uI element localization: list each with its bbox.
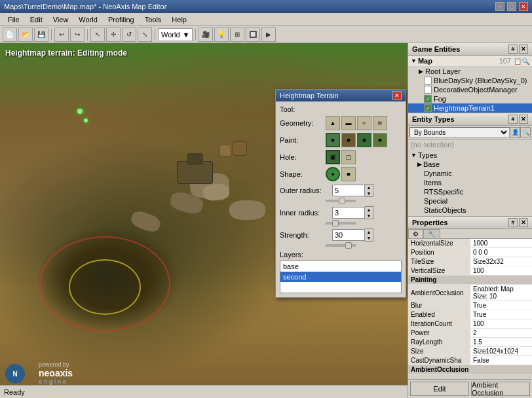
menu-item-view[interactable]: View [48, 14, 74, 25]
hm-outer-radius-value[interactable]: 5 [332, 185, 365, 196]
tree-heightmap[interactable]: ✓ HeightmapTerrain1 [408, 103, 532, 113]
tree-fog[interactable]: ✓ Fog [408, 94, 532, 103]
toolbar-new[interactable]: 📄 [3, 27, 17, 42]
entity-types-close[interactable]: ✕ [519, 115, 528, 124]
tree-bluedaysky[interactable]: BlueDaySky (BlueDaySky_0) [408, 76, 532, 85]
hm-paint-btn2[interactable]: ■ [341, 133, 356, 147]
toolbar-light[interactable]: 💡 [214, 27, 229, 42]
hm-panel-close[interactable]: ✕ [392, 91, 402, 100]
toolbar-camera[interactable]: 🎥 [199, 27, 213, 42]
toolbar-play[interactable]: ▶ [261, 27, 276, 42]
hm-strength-slider[interactable] [326, 244, 356, 247]
tree-root-layer[interactable]: ▶ Root Layer [408, 67, 532, 76]
menu-item-help[interactable]: Help [166, 14, 192, 25]
menu-item-profiling[interactable]: Profiling [103, 14, 140, 25]
hm-geo-btn4[interactable]: ≋ [373, 116, 387, 130]
map-icon1[interactable]: 📋 [514, 58, 522, 65]
props-val-power[interactable]: 2 [470, 329, 532, 338]
props-val-raylength[interactable]: 1.5 [470, 338, 532, 347]
game-entities-close[interactable]: ✕ [519, 45, 528, 54]
entity-special-item[interactable]: Special [408, 196, 532, 206]
heightmap-checkbox[interactable]: ✓ [424, 104, 432, 112]
props-row-horizontalsize: HorizontalSize 1000 [408, 239, 532, 248]
hm-inner-radius-down[interactable]: ▼ [365, 213, 373, 219]
toolbar-open[interactable]: 📂 [18, 27, 33, 42]
hm-outer-radius-down[interactable]: ▼ [365, 190, 373, 196]
toolbar-move[interactable]: ✛ [106, 27, 121, 42]
toolbar-grid[interactable]: ⊞ [230, 27, 244, 42]
hm-strength-value[interactable]: 30 [332, 229, 365, 241]
hm-shape-square[interactable]: ■ [341, 167, 356, 181]
bluedaysky-checkbox[interactable] [424, 77, 432, 84]
props-val-blur[interactable]: True [470, 301, 532, 310]
props-val-iteration[interactable]: 100 [470, 319, 532, 329]
props-val-size[interactable]: Size1024x1024 [470, 347, 532, 356]
menu-item-file[interactable]: File [3, 14, 25, 25]
props-val-horizontalsize[interactable]: 1000 [470, 239, 532, 248]
menu-item-world[interactable]: World [73, 14, 103, 25]
entity-types-item[interactable]: ▼Types [408, 151, 532, 160]
toolbar-save[interactable]: 💾 [34, 27, 48, 42]
tree-decorative[interactable]: DecorativeObjectManager [408, 85, 532, 94]
hm-inner-radius-up[interactable]: ▲ [365, 207, 373, 213]
hm-shape-circle[interactable]: ● [326, 167, 340, 181]
hm-geo-btn2[interactable]: ▬ [341, 116, 356, 130]
toolbar-snap[interactable]: 🔲 [246, 27, 260, 42]
props-val-castdynamic[interactable]: False [470, 356, 532, 365]
props-val-position[interactable]: 0 0 0 [470, 248, 532, 257]
hm-strength-up[interactable]: ▲ [365, 229, 373, 235]
props-tab-settings[interactable]: ⚙ [408, 229, 423, 238]
toolbar-scale[interactable]: ⤡ [138, 27, 152, 42]
ambient-occlusion-button[interactable]: Ambient Occlusion [471, 382, 530, 396]
props-val-verticalsize[interactable]: 100 [470, 266, 532, 276]
hm-inner-radius-slider[interactable] [326, 222, 356, 225]
map-expand-arrow[interactable]: ▼ [411, 58, 417, 64]
entity-dynamic-item[interactable]: Dynamic [408, 169, 532, 178]
hm-paint-btn1[interactable]: ■ [326, 133, 340, 147]
props-pin[interactable]: # [508, 218, 518, 227]
hm-geo-btn1[interactable]: ▲ [326, 116, 340, 130]
hm-outer-radius-up[interactable]: ▲ [365, 185, 373, 190]
entity-base-item[interactable]: ▶Base [408, 160, 532, 169]
props-close[interactable]: ✕ [519, 218, 528, 227]
hm-strength-down[interactable]: ▼ [365, 235, 373, 241]
entity-filter-btn1[interactable]: 👤 [510, 127, 520, 137]
hm-layer-second[interactable]: second [280, 272, 401, 282]
map-icon2[interactable]: 🔍 [522, 58, 529, 65]
toolbar-redo[interactable]: ↪ [70, 27, 85, 42]
props-val-ao[interactable]: Enabled: Map Size: 10 [470, 285, 532, 301]
props-val-enabled[interactable]: True [470, 310, 532, 319]
close-button[interactable]: ✕ [519, 2, 528, 11]
world-dropdown[interactable]: World ▼ [158, 28, 193, 41]
toolbar-cursor[interactable]: ↖ [90, 27, 105, 42]
props-tab-tools[interactable]: 🔧 [423, 229, 440, 238]
menu-item-edit[interactable]: Edit [25, 14, 48, 25]
fog-checkbox[interactable]: ✓ [424, 95, 432, 103]
hm-geo-btn3[interactable]: ≈ [357, 116, 371, 130]
decorative-checkbox[interactable] [424, 86, 432, 94]
hm-paint-btn3[interactable]: ■ [357, 133, 371, 147]
hm-outer-radius-slider[interactable] [326, 200, 356, 202]
viewport[interactable]: Heightmap terrain: Editing mode N powere… [0, 43, 408, 398]
hm-layer-empty[interactable] [280, 282, 401, 293]
hm-paint-btn4[interactable]: ■ [373, 133, 387, 147]
maximize-button[interactable]: □ [507, 2, 516, 11]
entity-tank-item[interactable]: TankGameSpecific [408, 215, 532, 216]
minimize-button[interactable]: − [495, 2, 504, 11]
game-entities-pin[interactable]: # [508, 45, 518, 54]
entity-staticobj-item[interactable]: StaticObjects [408, 206, 532, 215]
hm-hole-btn2[interactable]: ▢ [341, 150, 356, 164]
entity-items-item[interactable]: Items [408, 178, 532, 187]
hm-layer-base[interactable]: base [280, 261, 401, 272]
toolbar-undo[interactable]: ↩ [54, 27, 69, 42]
entity-filter-btn2[interactable]: 🔍 [520, 127, 531, 137]
toolbar-rotate[interactable]: ↺ [122, 27, 136, 42]
entity-bounds-dropdown[interactable]: By Bounds [409, 127, 510, 137]
entity-rts-item[interactable]: RTSSpecific [408, 187, 532, 196]
entity-types-pin[interactable]: # [508, 115, 518, 124]
edit-button[interactable]: Edit [410, 382, 469, 396]
hm-hole-btn1[interactable]: ▣ [326, 150, 340, 164]
hm-inner-radius-value[interactable]: 3 [332, 207, 365, 219]
menu-item-tools[interactable]: Tools [140, 14, 167, 25]
props-val-tilesize[interactable]: Size32x32 [470, 257, 532, 266]
